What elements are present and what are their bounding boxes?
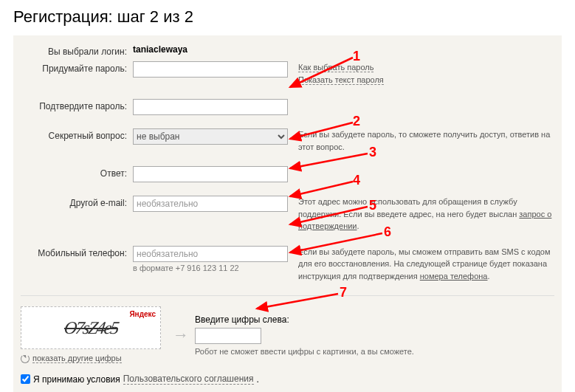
svg-line-2 bbox=[290, 154, 368, 168]
svg-line-6 bbox=[257, 294, 338, 309]
page-title: Регистрация: шаг 2 из 2 bbox=[13, 7, 562, 27]
svg-line-3 bbox=[290, 182, 353, 196]
anno-6: 6 bbox=[384, 224, 391, 240]
anno-1: 1 bbox=[353, 49, 360, 64]
svg-line-4 bbox=[290, 207, 368, 224]
form-panel: 1 2 3 4 5 6 7 Вы выбрали логин: taniacle… bbox=[13, 35, 562, 392]
anno-7: 7 bbox=[340, 285, 347, 300]
captcha-distorted-text: O7sZ4e5 bbox=[63, 318, 119, 338]
captcha-brand: Яндекс bbox=[129, 310, 156, 318]
svg-line-5 bbox=[290, 233, 382, 252]
anno-4: 4 bbox=[353, 173, 360, 188]
anno-2: 2 bbox=[353, 114, 360, 129]
captcha-image: Яндекс O7sZ4e5 bbox=[21, 306, 161, 349]
anno-3: 3 bbox=[369, 145, 376, 160]
svg-line-0 bbox=[290, 58, 353, 87]
anno-5: 5 bbox=[369, 198, 376, 213]
refresh-icon bbox=[21, 354, 30, 363]
svg-line-1 bbox=[290, 123, 353, 139]
